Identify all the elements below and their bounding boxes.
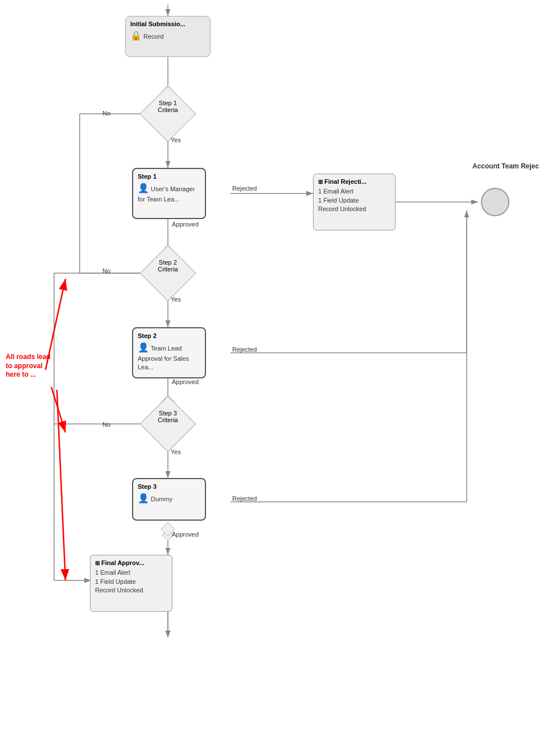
svg-line-30 [51,387,65,432]
step3-rejected-label: Rejected [232,495,257,502]
initial-submission-title: Initial Submissio... [130,20,205,28]
step1-criteria-container: Step 1 Criteria [148,94,188,134]
initial-submission-body: 🔒 Record [130,30,205,42]
step1-approval-title: Step 1 [138,172,200,181]
step1-no-label: No [102,110,110,117]
step3-approved-diamond [161,522,175,536]
end-circle [481,188,509,216]
step3-approval-node: Step 3 👤 Dummy [132,478,206,521]
step3-yes-label: Yes [171,448,181,455]
step2-criteria-container: Step 2 Criteria [148,253,188,293]
user-icon-3: 👤 [138,493,149,503]
step1-rejected-label: Rejected [232,185,257,192]
user-icon-2: 👤 [138,343,149,352]
step1-approved-label: Approved [172,221,199,228]
step2-rejected-label: Rejected [232,346,257,353]
final-rejection-node: ⊞ Final Rejecti... 1 Email Alert 1 Field… [313,174,396,230]
annotation-text: All roads lead to approval here to ... [6,353,57,380]
lock-icon: 🔒 [130,31,142,40]
step2-criteria-diamond [140,245,196,302]
step1-yes-label: Yes [171,137,181,143]
svg-line-31 [57,390,65,580]
step2-approval-node: Step 2 👤 Team Lead Approval for Sales Le… [132,327,206,378]
final-approval-node: ⊞ Final Approv... 1 Email Alert 1 Field … [90,555,172,612]
step3-approved-label: Approved [172,531,199,538]
account-team-reject-label: Account Team Rejec [472,162,539,170]
user-icon-1: 👤 [138,183,149,193]
plus-icon-approval: ⊞ [95,560,100,566]
annotation-arrows [0,0,560,746]
step3-criteria-container: Step 3 Criteria [148,404,188,444]
step3-no-label: No [102,421,110,428]
svg-marker-33 [161,522,175,536]
step2-approval-title: Step 2 [138,332,200,340]
step1-criteria-diamond [140,86,196,142]
step3-approval-title: Step 3 [138,483,200,491]
diagram-container: Initial Submissio... 🔒 Record Step 1 Cri… [0,0,560,746]
step2-approved-label: Approved [172,378,199,385]
final-approval-arrow [164,612,175,640]
step3-criteria-diamond [140,396,196,452]
plus-icon-rejection: ⊞ [318,179,323,185]
flow-arrows [0,0,560,746]
step1-approval-node: Step 1 👤 User's Manager for Team Lea... [132,168,206,219]
step2-no-label: No [102,267,110,274]
initial-submission-node: Initial Submissio... 🔒 Record [125,16,211,57]
step2-yes-label: Yes [171,296,181,303]
